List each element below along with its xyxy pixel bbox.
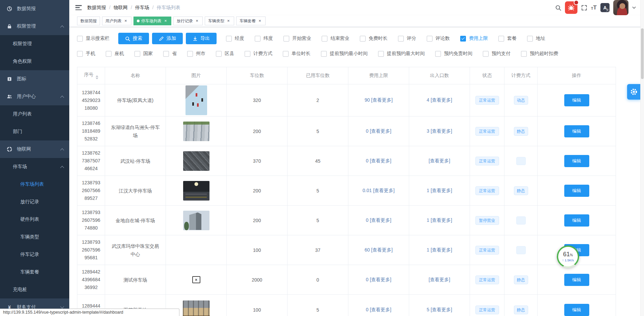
fee-limit-view-more-link[interactable]: 60 [查看更多]	[365, 247, 393, 253]
filter-checkbox[interactable]: 座机	[106, 51, 124, 57]
edit-button[interactable]: 编辑	[564, 304, 589, 316]
download-speed-widget[interactable]: 61% ↑ 1.5K/s	[557, 245, 579, 268]
sidebar-item-iot[interactable]: 物联网	[0, 140, 69, 158]
gates-view-more-link[interactable]: 1 [查看更多]	[427, 217, 452, 223]
edit-button[interactable]: 编辑	[564, 214, 589, 227]
translate-icon[interactable]: A文	[600, 3, 610, 12]
filter-checkbox[interactable]: 结束营业	[322, 35, 349, 42]
sidebar-item-parking[interactable]: 停车场	[0, 158, 69, 176]
gates-view-more-link[interactable]: 1 [查看更多]	[427, 247, 452, 253]
column-header[interactable]: 状态	[470, 67, 504, 84]
sidebar-item-permission-group[interactable]: 权限管理	[0, 18, 69, 35]
filter-checkbox[interactable]: 预约超时扣费	[521, 51, 558, 57]
edit-button[interactable]: 编辑	[564, 185, 589, 197]
fullscreen-icon[interactable]	[581, 5, 587, 11]
thumbnail-image[interactable]	[183, 151, 209, 171]
close-icon[interactable]: ×	[123, 19, 128, 23]
fee-limit-view-more-link[interactable]: 0 [查看更多]	[366, 158, 391, 163]
search-button[interactable]: 搜索	[118, 33, 149, 44]
sidebar-item-departments[interactable]: 部门	[0, 123, 69, 140]
breadcrumb-item[interactable]: 数据简报	[87, 5, 106, 11]
thumbnail-image[interactable]	[183, 300, 210, 316]
edit-button[interactable]: 编辑	[564, 155, 589, 167]
sidebar-item-vehicle-types[interactable]: 车辆类型	[0, 228, 69, 246]
gates-view-more-link[interactable]: 1 [查看更多]	[427, 188, 452, 193]
close-icon[interactable]: ×	[195, 19, 199, 23]
show-search-checkbox[interactable]: 显示搜索栏	[77, 35, 109, 42]
thumbnail-image[interactable]	[185, 85, 207, 115]
gates-view-more-link[interactable]: 4 [查看更多]	[427, 97, 452, 103]
fee-limit-view-more-link[interactable]: 0 [查看更多]	[366, 217, 391, 223]
column-header[interactable]: 已用车位数	[288, 67, 348, 84]
filter-checkbox[interactable]: 预约支付	[483, 51, 511, 57]
tab-pass-records[interactable]: 放行记录 ×	[173, 17, 203, 25]
filter-checkbox[interactable]: 提前预约最小时间	[321, 51, 368, 57]
breadcrumb-item[interactable]: 物联网	[106, 5, 128, 11]
sidebar-item-vehicle-packages[interactable]: 车辆套餐	[0, 263, 69, 281]
sort-carets[interactable]	[96, 75, 98, 79]
gates-view-more-link[interactable]: 3 [查看更多]	[427, 128, 452, 134]
filter-checkbox[interactable]: 单位时长	[283, 51, 311, 57]
scrollbar-thumb[interactable]	[641, 28, 644, 79]
filter-checkbox[interactable]: 纬度	[255, 35, 273, 42]
edit-button[interactable]: 编辑	[564, 125, 589, 137]
filter-checkbox[interactable]: 免费时长	[360, 35, 388, 42]
fee-limit-view-more-link[interactable]: 90 [查看更多]	[365, 97, 393, 103]
gates-view-more-link[interactable]: [查看更多]	[429, 158, 450, 163]
filter-checkbox[interactable]: 套餐	[498, 35, 517, 42]
tab-user-list[interactable]: 用户列表 ×	[102, 17, 131, 25]
thumbnail-image[interactable]	[192, 276, 200, 283]
filter-checkbox[interactable]: 区县	[216, 51, 234, 57]
column-header[interactable]: 费用上限	[348, 67, 409, 84]
sidebar-item-parking-records[interactable]: 停车记录	[0, 246, 69, 263]
filter-checkbox[interactable]: 州市	[187, 51, 205, 57]
filter-checkbox[interactable]: 地址	[527, 35, 545, 42]
fee-limit-view-more-link[interactable]: 0 [查看更多]	[366, 277, 391, 282]
sidebar-item-user-center[interactable]: 用户中心	[0, 88, 69, 105]
breadcrumb-item[interactable]: 停车场	[128, 5, 149, 11]
tab-vehicle-types[interactable]: 车辆类型 ×	[205, 17, 234, 25]
close-icon[interactable]: ×	[257, 19, 262, 23]
filter-checkbox[interactable]: 国家	[134, 51, 153, 57]
sidebar-item-icons[interactable]: 图标	[0, 70, 69, 88]
search-icon[interactable]	[555, 5, 561, 11]
sidebar-item-parking-list[interactable]: 停车场列表	[0, 176, 69, 193]
sidebar-item-dashboard[interactable]: 数据简报	[0, 0, 69, 18]
font-size-icon[interactable]: TT	[591, 5, 597, 10]
filter-checkbox[interactable]: 评分	[398, 35, 416, 42]
fee-limit-view-more-link[interactable]: 0 [查看更多]	[366, 307, 391, 312]
sidebar-item-role-permissions[interactable]: 角色权限	[0, 53, 69, 70]
column-header[interactable]: 图片	[166, 67, 227, 84]
settings-gear-button[interactable]	[627, 84, 641, 100]
column-header[interactable]: 出入口数	[409, 67, 470, 84]
edit-button[interactable]: 编辑	[564, 94, 589, 106]
fee-limit-view-more-link[interactable]: 0 [查看更多]	[366, 128, 391, 134]
sidebar-item-pass-records[interactable]: 放行记录	[0, 193, 69, 211]
scrollbar[interactable]	[640, 0, 644, 316]
sidebar-item-hardware-list[interactable]: 硬件列表	[0, 211, 69, 228]
avatar[interactable]	[613, 0, 628, 15]
close-icon[interactable]: ×	[226, 19, 231, 23]
filter-checkbox[interactable]: 预约免责时间	[435, 51, 472, 57]
tab-parking-list[interactable]: 停车场列表 ×	[133, 17, 171, 25]
tab-dashboard[interactable]: 数据简报	[77, 17, 100, 25]
sidebar-item-user-list[interactable]: 用户列表	[0, 105, 69, 123]
hamburger-menu-icon[interactable]	[75, 5, 82, 10]
gates-view-more-link[interactable]: 5 [查看更多]	[427, 307, 452, 312]
sidebar-item-charging-piles[interactable]: 充电桩	[0, 281, 69, 298]
column-header[interactable]: 车位数	[227, 67, 288, 84]
filter-checkbox[interactable]: 评论数	[427, 35, 450, 42]
column-header[interactable]: 计费方式	[504, 67, 538, 84]
export-button[interactable]: 导出	[186, 33, 217, 44]
add-button[interactable]: 添加	[152, 33, 183, 44]
filter-checkbox[interactable]: 开始营业	[283, 35, 311, 42]
close-icon[interactable]: ×	[163, 19, 168, 23]
thumbnail-image[interactable]	[183, 181, 209, 201]
column-header[interactable]: 名称	[105, 67, 166, 84]
error-log-button[interactable]	[565, 1, 577, 14]
filter-checkbox[interactable]: 手机	[77, 51, 95, 57]
chevron-down-icon[interactable]	[632, 6, 636, 9]
filter-checkbox[interactable]: 计费方式	[245, 51, 272, 57]
filter-checkbox[interactable]: 经度	[226, 35, 244, 42]
edit-button[interactable]: 编辑	[564, 274, 589, 286]
